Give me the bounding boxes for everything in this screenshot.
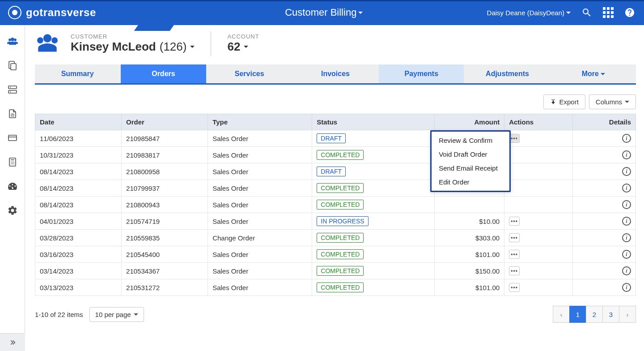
svg-point-17 — [43, 34, 51, 42]
row-menu-item[interactable]: Void Draft Order — [432, 147, 509, 161]
page-1[interactable]: 1 — [569, 306, 586, 323]
info-icon[interactable]: i — [622, 200, 631, 209]
info-icon[interactable]: i — [622, 233, 631, 242]
col-type[interactable]: Type — [208, 114, 312, 130]
sidebar-item-customers[interactable] — [0, 30, 25, 52]
info-icon[interactable]: i — [622, 217, 631, 226]
col-order[interactable]: Order — [122, 114, 208, 130]
sidebar-item-server[interactable] — [0, 79, 25, 100]
col-status[interactable]: Status — [312, 114, 435, 130]
info-icon[interactable]: i — [622, 184, 631, 193]
col-date[interactable]: Date — [35, 114, 122, 130]
info-icon[interactable]: i — [622, 167, 631, 176]
status-badge: IN PROGRESS — [317, 216, 368, 226]
user-name: Daisy Deane (DaisyDean) — [487, 9, 564, 17]
columns-label: Columns — [596, 98, 622, 106]
status-badge: COMPLETED — [317, 283, 364, 292]
cell-details: i — [572, 180, 636, 197]
tab-adjustments[interactable]: Adjustments — [465, 64, 550, 83]
info-icon[interactable]: i — [622, 250, 631, 259]
cell-date: 08/14/2023 — [35, 180, 122, 197]
col-amount[interactable]: Amount — [435, 114, 504, 130]
customer-info: CUSTOMER Kinsey McLeod (126) — [71, 33, 195, 54]
cell-details: i — [572, 197, 636, 213]
vertical-divider — [211, 31, 211, 56]
customer-name-dropdown[interactable]: Kinsey McLeod (126) — [71, 40, 195, 54]
search-icon[interactable] — [581, 7, 592, 18]
sidebar-item-dashboard[interactable] — [0, 176, 25, 197]
svg-rect-7 — [8, 135, 17, 141]
cell-status: COMPLETED — [312, 263, 435, 279]
sidebar-expand[interactable] — [0, 333, 25, 351]
cell-order: 210983817 — [122, 147, 208, 163]
sidebar-item-payment[interactable] — [0, 127, 25, 149]
cell-amount: $101.00 — [435, 279, 504, 296]
cell-status: COMPLETED — [312, 230, 435, 246]
pagination: ‹ 1 2 3 › — [553, 306, 636, 323]
cell-order: 210534367 — [122, 263, 208, 279]
row-actions-button[interactable]: ••• — [509, 217, 520, 226]
tabs: Summary Orders Services Invoices Payment… — [35, 64, 636, 85]
main-content: CUSTOMER Kinsey McLeod (126) ACCOUNT 62 … — [25, 25, 644, 351]
cell-date: 03/16/2023 — [35, 246, 122, 263]
cell-details: i — [572, 246, 636, 263]
row-actions-button[interactable]: ••• — [509, 250, 520, 259]
app-grid-icon[interactable] — [603, 7, 614, 18]
sidebar-item-settings[interactable] — [0, 200, 25, 221]
tab-orders[interactable]: Orders — [121, 64, 206, 83]
cell-amount — [435, 197, 504, 213]
svg-rect-0 — [11, 64, 16, 70]
table-row: 03/28/2023 210559835 Change Order COMPLE… — [35, 230, 636, 246]
info-icon[interactable]: i — [622, 266, 631, 275]
sidebar-item-calculator[interactable] — [0, 151, 25, 173]
page-2[interactable]: 2 — [586, 306, 603, 323]
columns-button[interactable]: Columns — [589, 94, 636, 109]
row-menu-item[interactable]: Send Email Receipt — [432, 161, 509, 175]
module-title-dropdown[interactable]: Customer Billing — [161, 7, 487, 18]
tab-services[interactable]: Services — [207, 64, 292, 83]
cell-type: Sales Order — [208, 197, 312, 213]
tab-summary[interactable]: Summary — [35, 64, 120, 83]
page-prev[interactable]: ‹ — [553, 306, 570, 323]
cell-actions: ••• — [504, 230, 573, 246]
status-badge: DRAFT — [317, 133, 346, 143]
page-3[interactable]: 3 — [602, 306, 619, 323]
tab-payments[interactable]: Payments — [379, 64, 464, 83]
cell-actions: ••• — [504, 213, 573, 230]
tab-invoices[interactable]: Invoices — [293, 64, 378, 83]
cell-amount: $150.00 — [435, 263, 504, 279]
per-page-label: 10 per page — [95, 311, 131, 318]
cell-status: COMPLETED — [312, 279, 435, 296]
chevron-down-icon — [190, 46, 195, 48]
orders-table: Date Order Type Status Amount Actions De… — [35, 114, 636, 296]
chevron-down-icon — [244, 46, 248, 48]
row-menu-item[interactable]: Review & Confirm — [432, 133, 509, 147]
chevron-down-icon — [601, 73, 605, 75]
row-actions-button[interactable]: ••• — [509, 266, 520, 275]
brand-logo[interactable]: gotransverse — [0, 6, 161, 19]
cell-details: i — [572, 230, 636, 246]
page-next[interactable]: › — [619, 306, 636, 323]
row-actions-button[interactable]: ••• — [509, 233, 520, 242]
tab-more[interactable]: More — [551, 64, 636, 83]
user-menu[interactable]: Daisy Deane (DaisyDean) — [487, 9, 571, 17]
help-icon[interactable] — [624, 7, 635, 18]
calculator-icon — [7, 157, 18, 167]
tab-more-label: More — [582, 70, 599, 78]
svg-rect-1 — [8, 86, 17, 89]
info-icon[interactable]: i — [622, 150, 631, 159]
sidebar-item-copy[interactable] — [0, 55, 25, 76]
row-menu-item[interactable]: Edit Order — [432, 175, 509, 189]
row-actions-button[interactable]: ••• — [509, 283, 520, 292]
cell-date: 03/13/2023 — [35, 279, 122, 296]
sidebar-item-document[interactable] — [0, 103, 25, 124]
info-icon[interactable]: i — [622, 283, 631, 292]
cell-actions — [504, 163, 573, 180]
per-page-select[interactable]: 10 per page — [89, 307, 144, 322]
cell-details: i — [572, 213, 636, 230]
cell-type: Sales Order — [208, 163, 312, 180]
info-icon[interactable]: i — [622, 134, 631, 143]
export-button[interactable]: Export — [543, 94, 585, 109]
account-number-dropdown[interactable]: 62 — [227, 40, 259, 54]
customer-name-text: Kinsey McLeod — [71, 40, 156, 54]
